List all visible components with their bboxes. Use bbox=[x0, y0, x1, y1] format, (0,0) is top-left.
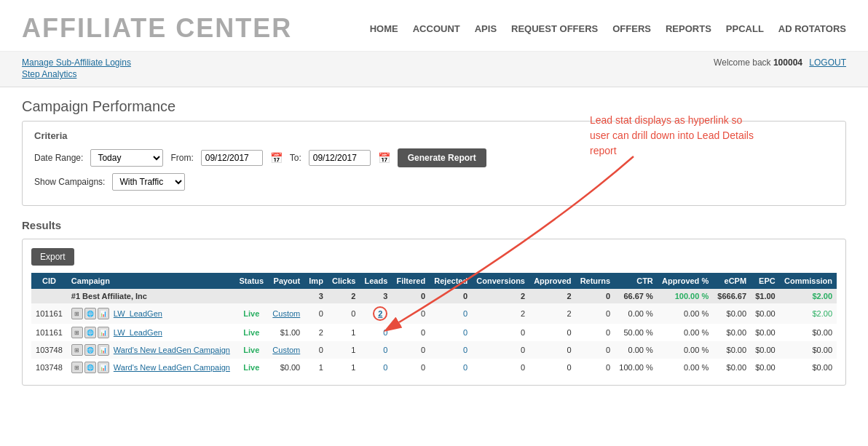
nav-account[interactable]: ACCOUNT bbox=[413, 23, 460, 34]
date-range-select[interactable]: Today Yesterday This Week Custom bbox=[90, 149, 163, 167]
table-row: 103748 ⊞ 🌐 📊 Ward's New LeadGen Campaign… bbox=[31, 341, 837, 359]
from-date-input[interactable] bbox=[201, 150, 263, 166]
campaign-link[interactable]: Ward's New LeadGen Campaign bbox=[114, 346, 230, 354]
cell-epc: $0.00 bbox=[751, 324, 780, 341]
show-campaigns-label: Show Campaigns: bbox=[34, 177, 105, 187]
user-id: 100004 bbox=[773, 57, 802, 68]
cell-conversions: 2 bbox=[472, 303, 529, 324]
campaign-link[interactable]: LW_LeadGen bbox=[114, 309, 162, 318]
campaign-link[interactable]: LW_LeadGen bbox=[114, 328, 162, 337]
step-analytics-link[interactable]: Step Analytics bbox=[22, 69, 131, 79]
icon-grid: ⊞ bbox=[71, 362, 83, 373]
icon-chart: 📊 bbox=[98, 362, 109, 373]
cell-approved-pct: 0.00 % bbox=[658, 341, 713, 359]
cell-clicks: 1 bbox=[328, 341, 360, 359]
cell-conversions: 0 bbox=[472, 341, 529, 359]
cell-ecpm: $0.00 bbox=[713, 341, 751, 359]
group-returns: 0 bbox=[576, 289, 615, 303]
cell-imp: 0 bbox=[304, 303, 328, 324]
cell-payout: $0.00 bbox=[268, 359, 304, 376]
criteria-label: Criteria bbox=[34, 130, 834, 141]
cell-rejected: 0 bbox=[430, 341, 472, 359]
cell-ctr: 0.00 % bbox=[615, 341, 658, 359]
payout-custom-link[interactable]: Custom bbox=[272, 346, 300, 354]
th-clicks: Clicks bbox=[328, 273, 360, 289]
results-label: Results bbox=[22, 219, 846, 231]
th-payout: Payout bbox=[268, 273, 304, 289]
nav-reports[interactable]: REPORTS bbox=[666, 23, 711, 34]
table-row: 101161 ⊞ 🌐 📊 LW_LeadGen Live Custom 0 0 … bbox=[31, 303, 837, 324]
table-row: 103748 ⊞ 🌐 📊 Ward's New LeadGen Campaign… bbox=[31, 359, 837, 376]
group-row: #1 Best Affiliate, Inc 3 2 3 0 0 2 2 0 6… bbox=[31, 289, 837, 303]
th-filtered: Filtered bbox=[392, 273, 430, 289]
campaign-link[interactable]: Ward's New LeadGen Campaign bbox=[114, 363, 230, 372]
cell-leads: 0 bbox=[360, 324, 392, 341]
cell-leads: 0 bbox=[360, 359, 392, 376]
cell-commission: $2.00 bbox=[780, 303, 837, 324]
cell-approved-pct: 0.00 % bbox=[658, 359, 713, 376]
manage-sub-affiliates-link[interactable]: Manage Sub-Affiliate Logins bbox=[22, 57, 131, 68]
nav-apis[interactable]: APIS bbox=[475, 23, 497, 34]
th-epc: EPC bbox=[751, 273, 780, 289]
nav-ad-rotators[interactable]: AD ROTATORS bbox=[778, 23, 846, 34]
table-header-row: CID Campaign Status Payout Imp Clicks Le… bbox=[31, 273, 837, 289]
leads-link-circled[interactable]: 2 bbox=[373, 306, 387, 321]
logout-link[interactable]: LOGOUT bbox=[809, 57, 846, 68]
cell-conversions: 0 bbox=[472, 324, 529, 341]
th-ctr: CTR bbox=[615, 273, 658, 289]
status-value: Live bbox=[243, 309, 259, 318]
icon-globe: 🌐 bbox=[84, 362, 96, 373]
th-campaign: Campaign bbox=[67, 273, 235, 289]
cell-epc: $0.00 bbox=[751, 359, 780, 376]
to-date-input[interactable] bbox=[309, 150, 371, 166]
payout-custom-link[interactable]: Custom bbox=[272, 309, 300, 318]
cell-clicks: 0 bbox=[328, 303, 360, 324]
group-ecpm: $666.67 bbox=[713, 289, 751, 303]
to-calendar-icon[interactable]: 📅 bbox=[378, 152, 390, 164]
icon-grid: ⊞ bbox=[71, 327, 83, 338]
group-commission: $2.00 bbox=[780, 289, 837, 303]
nav-ppcall[interactable]: PPCALL bbox=[726, 23, 764, 34]
cell-cid: 101161 bbox=[31, 324, 67, 341]
th-imp: Imp bbox=[304, 273, 328, 289]
cell-ctr: 0.00 % bbox=[615, 303, 658, 324]
cell-epc: $0.00 bbox=[751, 303, 780, 324]
cell-imp: 0 bbox=[304, 341, 328, 359]
cell-returns: 0 bbox=[576, 324, 615, 341]
export-button[interactable]: Export bbox=[31, 248, 74, 266]
th-approved-pct: Approved % bbox=[658, 273, 713, 289]
from-calendar-icon[interactable]: 📅 bbox=[270, 152, 283, 164]
cell-filtered: 0 bbox=[392, 341, 430, 359]
cell-approved-pct: 0.00 % bbox=[658, 324, 713, 341]
nav-offers[interactable]: OFFERS bbox=[612, 23, 651, 34]
cell-approved-pct: 0.00 % bbox=[658, 303, 713, 324]
nav-request-offers[interactable]: REQUEST OFFERS bbox=[511, 23, 598, 34]
icon-grid: ⊞ bbox=[71, 308, 83, 319]
cell-cid: 101161 bbox=[31, 303, 67, 324]
cell-clicks: 1 bbox=[328, 359, 360, 376]
status-value: Live bbox=[243, 328, 259, 337]
cell-status: Live bbox=[234, 359, 268, 376]
icon-chart: 📊 bbox=[98, 327, 109, 338]
header: AFFILIATE CENTER HOME ACCOUNT APIS REQUE… bbox=[0, 0, 868, 52]
generate-report-button[interactable]: Generate Report bbox=[398, 148, 486, 167]
th-ecpm: eCPM bbox=[713, 273, 751, 289]
status-value: Live bbox=[243, 346, 259, 354]
show-campaigns-select[interactable]: With Traffic All Active bbox=[112, 173, 185, 191]
results-table: CID Campaign Status Payout Imp Clicks Le… bbox=[31, 273, 837, 376]
cell-commission: $0.00 bbox=[780, 324, 837, 341]
cell-filtered: 0 bbox=[392, 359, 430, 376]
cell-campaign: ⊞ 🌐 📊 LW_LeadGen bbox=[67, 324, 235, 341]
cell-returns: 0 bbox=[576, 359, 615, 376]
cell-campaign: ⊞ 🌐 📊 Ward's New LeadGen Campaign bbox=[67, 359, 235, 376]
cell-approved: 2 bbox=[529, 303, 576, 324]
results-box: Export CID Campaign Status Payout Imp Cl… bbox=[22, 239, 846, 386]
leads-value: 0 bbox=[383, 328, 387, 337]
nav-home[interactable]: HOME bbox=[370, 23, 398, 34]
th-leads: Leads bbox=[360, 273, 392, 289]
cell-ecpm: $0.00 bbox=[713, 303, 751, 324]
cell-cid: 103748 bbox=[31, 359, 67, 376]
th-cid: CID bbox=[31, 273, 67, 289]
group-cid bbox=[31, 289, 67, 303]
cell-leads: 0 bbox=[360, 341, 392, 359]
